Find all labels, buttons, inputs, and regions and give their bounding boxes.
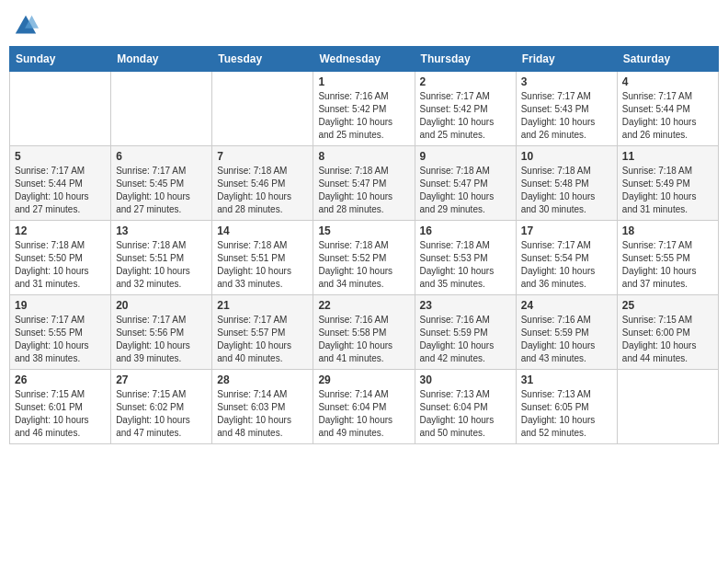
page-header [9,9,719,39]
calendar-table: SundayMondayTuesdayWednesdayThursdayFrid… [9,46,719,444]
calendar-cell [617,370,718,444]
weekday-header-friday: Friday [516,47,617,72]
day-number: 14 [217,224,308,237]
calendar-cell: 17Sunrise: 7:17 AM Sunset: 5:54 PM Dayli… [516,221,617,295]
day-info: Sunrise: 7:18 AM Sunset: 5:48 PM Dayligh… [521,165,612,216]
day-number: 16 [420,224,511,237]
day-number: 31 [521,373,612,386]
day-info: Sunrise: 7:18 AM Sunset: 5:47 PM Dayligh… [420,165,511,216]
day-number: 11 [622,150,713,163]
calendar-cell: 28Sunrise: 7:14 AM Sunset: 6:03 PM Dayli… [212,370,313,444]
day-info: Sunrise: 7:17 AM Sunset: 5:55 PM Dayligh… [622,239,713,291]
calendar-cell: 24Sunrise: 7:16 AM Sunset: 5:59 PM Dayli… [516,295,617,370]
calendar-cell: 21Sunrise: 7:17 AM Sunset: 5:57 PM Dayli… [212,295,313,370]
calendar-cell: 14Sunrise: 7:18 AM Sunset: 5:51 PM Dayli… [212,221,313,295]
weekday-header-thursday: Thursday [415,47,516,72]
day-info: Sunrise: 7:17 AM Sunset: 5:44 PM Dayligh… [15,165,106,216]
calendar-cell: 27Sunrise: 7:15 AM Sunset: 6:02 PM Dayli… [111,370,212,444]
day-info: Sunrise: 7:17 AM Sunset: 5:56 PM Dayligh… [116,314,207,365]
day-info: Sunrise: 7:17 AM Sunset: 5:42 PM Dayligh… [420,90,511,142]
calendar-cell: 13Sunrise: 7:18 AM Sunset: 5:51 PM Dayli… [111,221,212,295]
calendar-cell: 19Sunrise: 7:17 AM Sunset: 5:55 PM Dayli… [10,295,111,370]
day-info: Sunrise: 7:15 AM Sunset: 6:01 PM Dayligh… [15,388,106,440]
day-number: 23 [420,299,511,312]
calendar-cell: 2Sunrise: 7:17 AM Sunset: 5:42 PM Daylig… [415,72,516,146]
calendar-cell: 10Sunrise: 7:18 AM Sunset: 5:48 PM Dayli… [516,146,617,221]
day-number: 6 [116,150,207,163]
calendar-cell: 15Sunrise: 7:18 AM Sunset: 5:52 PM Dayli… [313,221,415,295]
day-info: Sunrise: 7:18 AM Sunset: 5:51 PM Dayligh… [116,239,207,291]
day-number: 4 [622,75,713,88]
day-info: Sunrise: 7:17 AM Sunset: 5:43 PM Dayligh… [521,90,612,142]
day-number: 25 [622,299,713,312]
day-info: Sunrise: 7:15 AM Sunset: 6:02 PM Dayligh… [116,388,207,440]
weekday-header-wednesday: Wednesday [313,47,415,72]
calendar-cell: 12Sunrise: 7:18 AM Sunset: 5:50 PM Dayli… [10,221,111,295]
day-info: Sunrise: 7:17 AM Sunset: 5:55 PM Dayligh… [15,314,106,365]
day-info: Sunrise: 7:17 AM Sunset: 5:44 PM Dayligh… [622,90,713,142]
day-number: 17 [521,224,612,237]
calendar-cell: 25Sunrise: 7:15 AM Sunset: 6:00 PM Dayli… [617,295,718,370]
day-number: 15 [318,224,409,237]
day-info: Sunrise: 7:18 AM Sunset: 5:49 PM Dayligh… [622,165,713,216]
day-number: 26 [15,373,106,386]
day-info: Sunrise: 7:13 AM Sunset: 6:04 PM Dayligh… [420,388,511,440]
day-info: Sunrise: 7:17 AM Sunset: 5:54 PM Dayligh… [521,239,612,291]
calendar-cell: 23Sunrise: 7:16 AM Sunset: 5:59 PM Dayli… [415,295,516,370]
day-info: Sunrise: 7:17 AM Sunset: 5:57 PM Dayligh… [217,314,308,365]
calendar-week-row: 19Sunrise: 7:17 AM Sunset: 5:55 PM Dayli… [10,295,719,370]
logo [13,13,40,39]
calendar-cell [10,72,111,146]
day-number: 12 [15,224,106,237]
calendar-cell: 26Sunrise: 7:15 AM Sunset: 6:01 PM Dayli… [10,370,111,444]
calendar-cell: 1Sunrise: 7:16 AM Sunset: 5:42 PM Daylig… [313,72,415,146]
calendar-cell: 5Sunrise: 7:17 AM Sunset: 5:44 PM Daylig… [10,146,111,221]
weekday-header-monday: Monday [111,47,212,72]
weekday-header-saturday: Saturday [617,47,718,72]
calendar-cell: 3Sunrise: 7:17 AM Sunset: 5:43 PM Daylig… [516,72,617,146]
calendar-cell: 20Sunrise: 7:17 AM Sunset: 5:56 PM Dayli… [111,295,212,370]
calendar-cell: 6Sunrise: 7:17 AM Sunset: 5:45 PM Daylig… [111,146,212,221]
calendar-cell: 22Sunrise: 7:16 AM Sunset: 5:58 PM Dayli… [313,295,415,370]
calendar-cell [212,72,313,146]
calendar-cell: 9Sunrise: 7:18 AM Sunset: 5:47 PM Daylig… [415,146,516,221]
day-number: 28 [217,373,308,386]
calendar-cell: 4Sunrise: 7:17 AM Sunset: 5:44 PM Daylig… [617,72,718,146]
day-number: 7 [217,150,308,163]
weekday-header-row: SundayMondayTuesdayWednesdayThursdayFrid… [10,47,719,72]
day-number: 18 [622,224,713,237]
weekday-header-sunday: Sunday [10,47,111,72]
day-info: Sunrise: 7:15 AM Sunset: 6:00 PM Dayligh… [622,314,713,365]
weekday-header-tuesday: Tuesday [212,47,313,72]
day-info: Sunrise: 7:16 AM Sunset: 5:42 PM Dayligh… [318,90,409,142]
day-number: 9 [420,150,511,163]
day-number: 21 [217,299,308,312]
day-info: Sunrise: 7:16 AM Sunset: 5:59 PM Dayligh… [521,314,612,365]
day-info: Sunrise: 7:18 AM Sunset: 5:53 PM Dayligh… [420,239,511,291]
day-number: 20 [116,299,207,312]
calendar-week-row: 26Sunrise: 7:15 AM Sunset: 6:01 PM Dayli… [10,370,719,444]
day-number: 27 [116,373,207,386]
day-info: Sunrise: 7:14 AM Sunset: 6:04 PM Dayligh… [318,388,409,440]
calendar-cell [111,72,212,146]
calendar-cell: 11Sunrise: 7:18 AM Sunset: 5:49 PM Dayli… [617,146,718,221]
calendar-cell: 18Sunrise: 7:17 AM Sunset: 5:55 PM Dayli… [617,221,718,295]
day-number: 19 [15,299,106,312]
day-number: 13 [116,224,207,237]
day-number: 29 [318,373,409,386]
day-info: Sunrise: 7:18 AM Sunset: 5:51 PM Dayligh… [217,239,308,291]
day-number: 22 [318,299,409,312]
day-info: Sunrise: 7:14 AM Sunset: 6:03 PM Dayligh… [217,388,308,440]
calendar-cell: 30Sunrise: 7:13 AM Sunset: 6:04 PM Dayli… [415,370,516,444]
day-info: Sunrise: 7:17 AM Sunset: 5:45 PM Dayligh… [116,165,207,216]
day-info: Sunrise: 7:18 AM Sunset: 5:52 PM Dayligh… [318,239,409,291]
calendar-cell: 16Sunrise: 7:18 AM Sunset: 5:53 PM Dayli… [415,221,516,295]
day-info: Sunrise: 7:18 AM Sunset: 5:46 PM Dayligh… [217,165,308,216]
day-info: Sunrise: 7:18 AM Sunset: 5:50 PM Dayligh… [15,239,106,291]
day-number: 2 [420,75,511,88]
calendar-week-row: 1Sunrise: 7:16 AM Sunset: 5:42 PM Daylig… [10,72,719,146]
day-number: 30 [420,373,511,386]
calendar-cell: 29Sunrise: 7:14 AM Sunset: 6:04 PM Dayli… [313,370,415,444]
day-number: 10 [521,150,612,163]
day-number: 24 [521,299,612,312]
